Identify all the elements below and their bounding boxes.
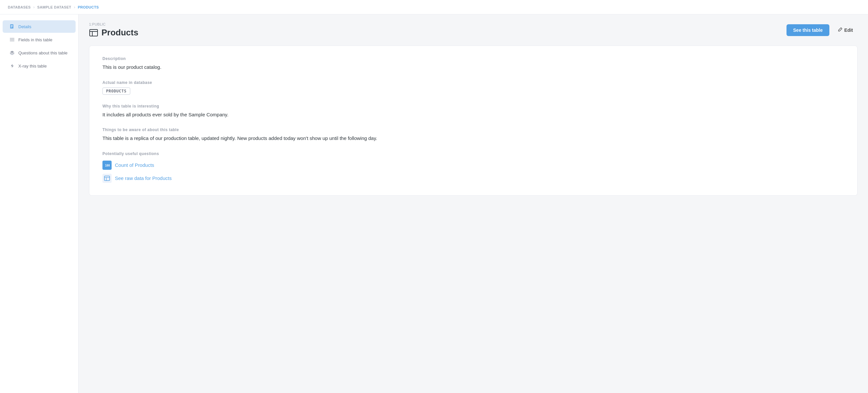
question-raw-link[interactable]: See raw data for Products: [102, 172, 844, 185]
breadcrumb-products[interactable]: PRODUCTS: [78, 5, 99, 9]
bolt-icon: [9, 63, 15, 69]
sidebar-item-fields[interactable]: Fields in this table: [3, 33, 75, 46]
why-interesting-section: Why this table is interesting It include…: [102, 104, 844, 119]
svg-rect-2: [11, 26, 13, 27]
svg-rect-4: [10, 38, 14, 39]
edit-button[interactable]: Edit: [833, 24, 858, 36]
svg-rect-1: [11, 25, 13, 26]
page-header-left: 1:PUBLIC Products: [89, 22, 138, 38]
sidebar-xray-label: X-ray this table: [18, 63, 47, 68]
svg-rect-12: [104, 176, 110, 180]
question-raw-label: See raw data for Products: [115, 175, 172, 181]
questions-label: Potentially useful questions: [102, 151, 844, 156]
questions-section: Potentially useful questions 100 Count o…: [102, 151, 844, 185]
sidebar-item-xray[interactable]: X-ray this table: [3, 60, 75, 72]
description-section: Description This is our product catalog.: [102, 56, 844, 71]
layers-icon: [9, 50, 15, 56]
svg-rect-5: [10, 39, 14, 40]
see-table-button[interactable]: See this table: [786, 24, 829, 36]
document-icon: [9, 24, 15, 29]
svg-text:100: 100: [105, 164, 110, 167]
description-label: Description: [102, 56, 844, 61]
breadcrumb-sep-1: ›: [33, 5, 35, 9]
svg-rect-7: [90, 29, 97, 36]
why-interesting-label: Why this table is interesting: [102, 104, 844, 109]
page-schema: 1:PUBLIC: [89, 22, 138, 26]
question-count-link[interactable]: 100 Count of Products: [102, 159, 844, 172]
table-small-icon: [102, 174, 112, 183]
actual-name-section: Actual name in database PRODUCTS: [102, 80, 844, 95]
svg-rect-3: [11, 27, 12, 27]
count-icon: 100: [102, 161, 112, 170]
page-header-actions: See this table Edit: [786, 24, 858, 36]
breadcrumb-sample-dataset[interactable]: SAMPLE DATASET: [37, 5, 71, 9]
question-count-label: Count of Products: [115, 162, 154, 168]
db-name-badge: PRODUCTS: [102, 87, 130, 95]
pencil-icon: [838, 27, 842, 33]
svg-rect-6: [10, 40, 14, 41]
details-card: Description This is our product catalog.…: [89, 46, 858, 196]
edit-label: Edit: [844, 28, 853, 33]
breadcrumb-databases[interactable]: DATABASES: [8, 5, 31, 9]
caveats-label: Things to be aware of about this table: [102, 128, 844, 132]
page-header: 1:PUBLIC Products See this table: [89, 22, 858, 38]
fields-icon: [9, 37, 15, 43]
app-layout: Details Fields in this table Questions: [0, 15, 868, 393]
caveats-value: This table is a replica of our productio…: [102, 135, 844, 142]
why-interesting-value: It includes all products ever sold by th…: [102, 111, 844, 119]
description-value: This is our product catalog.: [102, 63, 844, 71]
sidebar-item-questions[interactable]: Questions about this table: [3, 47, 75, 59]
breadcrumb: DATABASES › SAMPLE DATASET › PRODUCTS: [0, 0, 868, 15]
main-content: 1:PUBLIC Products See this table: [79, 15, 868, 393]
sidebar-questions-label: Questions about this table: [18, 51, 67, 55]
sidebar: Details Fields in this table Questions: [0, 15, 79, 393]
table-icon: [89, 28, 98, 37]
sidebar-fields-label: Fields in this table: [18, 37, 52, 42]
actual-name-label: Actual name in database: [102, 80, 844, 85]
breadcrumb-sep-2: ›: [74, 5, 75, 9]
caveats-section: Things to be aware of about this table T…: [102, 128, 844, 142]
sidebar-details-label: Details: [18, 24, 31, 29]
sidebar-item-details[interactable]: Details: [3, 20, 75, 33]
page-title-row: Products: [89, 28, 138, 38]
page-title: Products: [101, 28, 138, 38]
